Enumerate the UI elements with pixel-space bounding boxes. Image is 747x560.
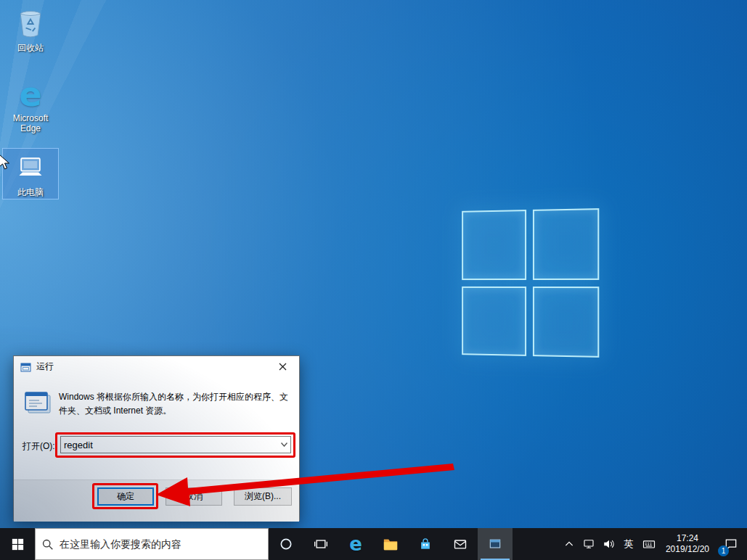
store-icon	[418, 537, 433, 551]
taskbar: e	[0, 528, 747, 560]
close-icon	[279, 363, 287, 371]
start-button[interactable]	[0, 528, 35, 560]
tray-volume[interactable]	[599, 528, 619, 560]
mail-icon	[453, 537, 468, 551]
cancel-button[interactable]: 取消	[166, 487, 222, 506]
dialog-description: Windows 将根据你所输入的名称，为你打开相应的程序、文件夹、文档或 Int…	[59, 390, 294, 418]
clock-time: 17:24	[677, 533, 698, 544]
tray-network[interactable]	[579, 528, 599, 560]
system-tray: 英 17:24 2019/12/20 1	[560, 528, 747, 560]
network-icon	[582, 538, 595, 551]
taskbar-item-store[interactable]	[408, 528, 443, 560]
task-view-icon	[314, 537, 328, 551]
desktop-icon-label: 回收站	[3, 43, 58, 53]
search-icon	[41, 538, 54, 551]
desktop-icon-label: Microsoft Edge	[3, 113, 58, 133]
taskbar-item-mail[interactable]	[443, 528, 478, 560]
tray-clock[interactable]: 17:24 2019/12/20	[660, 528, 715, 560]
folder-icon	[383, 536, 399, 552]
cortana-icon	[279, 537, 293, 551]
tray-touch-keyboard[interactable]	[638, 528, 660, 560]
browse-button[interactable]: 浏览(B)...	[234, 487, 292, 506]
windows-start-icon	[12, 538, 24, 551]
ok-button[interactable]: 确定	[97, 487, 154, 506]
windows-logo-pane	[532, 287, 599, 358]
run-window-icon	[20, 361, 32, 373]
tray-ime-indicator[interactable]: 英	[619, 528, 638, 560]
close-button[interactable]	[266, 356, 299, 377]
chevron-up-icon	[563, 538, 575, 550]
run-input-combobox[interactable]	[60, 436, 291, 453]
this-pc-icon	[13, 151, 48, 186]
desktop-icon-label: 此电脑	[3, 187, 58, 197]
notification-badge: 1	[718, 545, 729, 556]
clock-date: 2019/12/20	[666, 544, 709, 555]
speaker-icon	[603, 538, 616, 551]
windows-logo-pane	[532, 208, 599, 279]
taskbar-item-edge[interactable]: e	[338, 528, 373, 560]
open-label: 打开(O):	[23, 440, 55, 453]
chevron-down-icon	[281, 442, 287, 447]
run-input[interactable]	[61, 437, 277, 453]
taskbar-item-run-active[interactable]	[478, 528, 513, 560]
windows-logo-pane	[462, 286, 526, 355]
taskbar-item-file-explorer[interactable]	[373, 528, 408, 560]
taskbar-item-cortana[interactable]	[269, 528, 303, 560]
run-window-icon	[488, 537, 502, 551]
keyboard-icon	[642, 537, 656, 551]
taskbar-search[interactable]	[35, 528, 269, 560]
search-input[interactable]	[60, 538, 262, 550]
combo-dropdown-button[interactable]	[277, 437, 290, 453]
recycle-bin-icon	[13, 7, 48, 41]
desktop-icon-edge[interactable]: e Microsoft Edge	[3, 75, 58, 135]
taskbar-item-task-view[interactable]	[303, 528, 338, 560]
tray-show-hidden-icons[interactable]	[560, 528, 579, 560]
action-center-button[interactable]: 1	[715, 528, 747, 560]
edge-icon: e	[349, 535, 362, 553]
desktop-icon-recycle-bin[interactable]: 回收站	[3, 4, 58, 54]
microsoft-edge-icon: e	[13, 77, 48, 112]
windows-logo-pane	[462, 210, 526, 279]
run-dialog: 运行 Windows 将根据你所输入的名称，为你打开相应的程序、文件夹、文档或 …	[13, 355, 300, 521]
windows-logo-watermark	[462, 208, 599, 358]
dialog-title: 运行	[36, 361, 54, 373]
run-program-icon	[24, 391, 53, 417]
desktop-icon-this-pc[interactable]: 此电脑	[3, 149, 58, 199]
desktop-wallpaper: 回收站 e Microsoft Edge 此电脑 运行	[0, 0, 747, 528]
dialog-titlebar[interactable]: 运行	[14, 356, 299, 377]
